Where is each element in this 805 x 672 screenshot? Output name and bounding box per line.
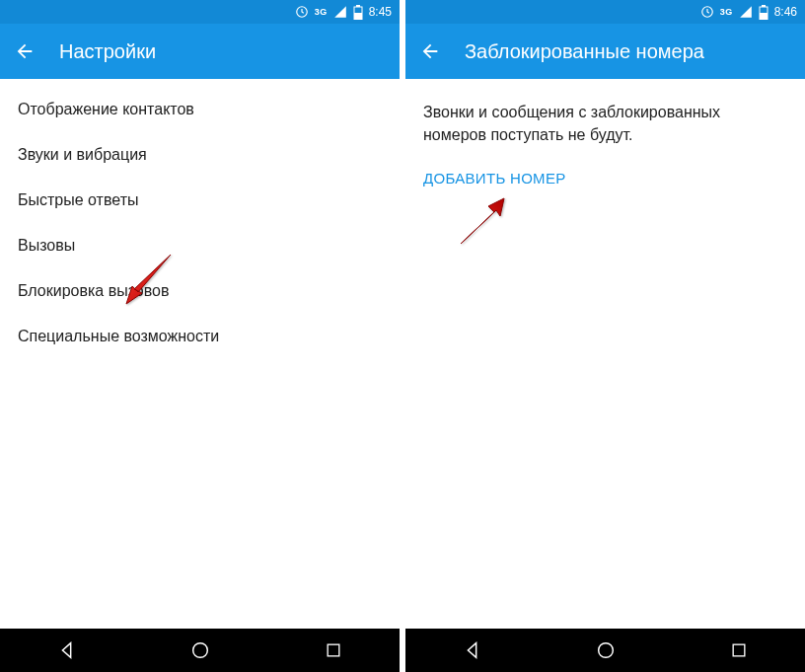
- item-label: Вызовы: [18, 237, 75, 254]
- svg-rect-9: [760, 13, 768, 20]
- statusbar: 3G 8:46: [405, 0, 805, 24]
- navbar: [405, 629, 805, 672]
- clock: 8:46: [774, 5, 797, 19]
- battery-icon: [353, 5, 363, 20]
- back-icon[interactable]: [419, 40, 441, 62]
- item-label: Специальные возможности: [18, 328, 219, 344]
- svg-rect-3: [354, 13, 362, 20]
- item-calls[interactable]: Вызовы: [0, 223, 400, 268]
- item-label: Быстрые ответы: [18, 191, 138, 208]
- nav-back[interactable]: [37, 639, 97, 661]
- description-text: Звонки и сообщения с заблокированных ном…: [405, 87, 805, 152]
- nav-home[interactable]: [171, 639, 230, 661]
- update-icon: [295, 5, 309, 19]
- clock: 8:45: [369, 5, 392, 19]
- item-contacts-display[interactable]: Отображение контактов: [0, 87, 400, 132]
- signal-icon: [333, 5, 347, 19]
- phone-right: 3G 8:46 Заблокированные номера Звонки и …: [405, 0, 805, 672]
- update-icon: [700, 5, 714, 19]
- nav-home[interactable]: [576, 639, 635, 661]
- back-icon[interactable]: [14, 40, 36, 62]
- network-label: 3G: [315, 7, 328, 17]
- nav-recent[interactable]: [304, 640, 363, 660]
- item-call-blocking[interactable]: Блокировка вызовов: [0, 268, 400, 314]
- nav-back[interactable]: [443, 639, 502, 661]
- item-sounds-vibration[interactable]: Звуки и вибрация: [0, 132, 400, 178]
- item-accessibility[interactable]: Специальные возможности: [0, 314, 400, 359]
- network-label: 3G: [720, 7, 733, 17]
- signal-icon: [739, 5, 753, 19]
- svg-rect-11: [733, 644, 745, 656]
- blocked-numbers-content: Звонки и сообщения с заблокированных ном…: [405, 79, 805, 629]
- svg-rect-5: [328, 644, 339, 656]
- appbar: Заблокированные номера: [405, 24, 805, 79]
- item-label: Блокировка вызовов: [18, 282, 169, 299]
- svg-point-4: [192, 643, 207, 658]
- phone-left: 3G 8:45 Настройки Отображение контактов …: [0, 0, 400, 672]
- add-number-button[interactable]: ДОБАВИТЬ НОМЕР: [405, 152, 805, 204]
- nav-recent[interactable]: [709, 640, 768, 660]
- svg-point-10: [598, 643, 613, 658]
- item-label: Звуки и вибрация: [18, 146, 147, 163]
- settings-list: Отображение контактов Звуки и вибрация Б…: [0, 79, 400, 629]
- statusbar: 3G 8:45: [0, 0, 400, 24]
- item-label: Отображение контактов: [18, 101, 194, 117]
- page-title: Настройки: [59, 40, 156, 63]
- item-quick-responses[interactable]: Быстрые ответы: [0, 178, 400, 223]
- navbar: [0, 629, 400, 672]
- appbar: Настройки: [0, 24, 400, 79]
- battery-icon: [759, 5, 768, 20]
- page-title: Заблокированные номера: [465, 40, 704, 63]
